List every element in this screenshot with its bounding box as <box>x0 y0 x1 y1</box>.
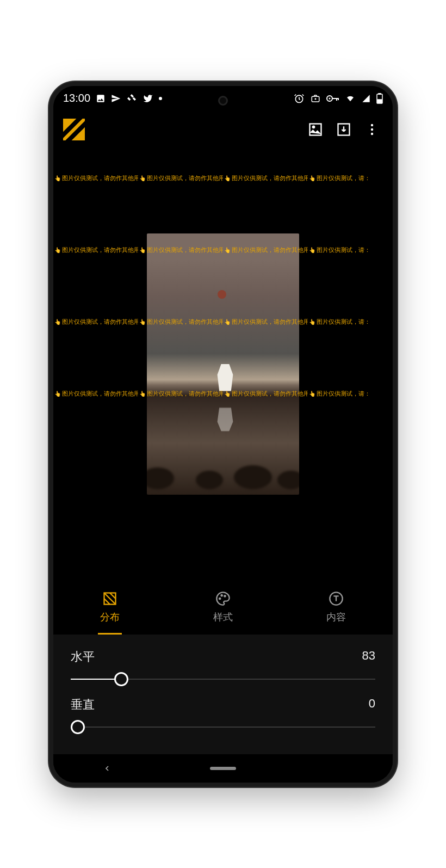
grid-icon <box>102 591 117 606</box>
system-nav-bar <box>53 754 393 783</box>
clock: 13:00 <box>63 92 90 104</box>
app-logo-icon[interactable] <box>63 119 85 140</box>
text-circle-icon <box>329 591 344 606</box>
svg-rect-7 <box>338 98 339 100</box>
tab-label: 样式 <box>213 611 233 624</box>
watermark-text: 图片仅供测试，请： <box>308 174 393 182</box>
gallery-icon <box>308 122 323 137</box>
svg-point-18 <box>219 598 220 599</box>
gallery-button[interactable] <box>305 119 326 140</box>
image-preview-canvas[interactable]: 图片仅供测试，请勿作其他用途 图片仅供测试，请勿作其他用途 图片仅供测试，请勿作… <box>53 148 393 580</box>
download-icon <box>336 122 351 137</box>
watermark-text: 图片仅供测试，请勿作其他用途 <box>53 390 138 398</box>
svg-point-16 <box>371 132 373 134</box>
image-icon <box>96 94 106 103</box>
svg-point-20 <box>224 595 225 596</box>
palette-icon <box>215 591 231 606</box>
app-toolbar <box>53 111 393 148</box>
more-button[interactable] <box>361 119 383 140</box>
screen: 13:00 <box>53 86 393 783</box>
nav-back-button[interactable] <box>103 764 112 773</box>
dot-icon <box>159 97 162 100</box>
tab-distribution[interactable]: 分布 <box>53 580 166 635</box>
slider-track-horizontal[interactable] <box>71 667 375 691</box>
svg-point-12 <box>313 126 315 128</box>
front-camera <box>218 96 228 106</box>
svg-rect-9 <box>379 93 381 94</box>
signal-icon <box>361 94 371 103</box>
svg-point-4 <box>329 97 331 99</box>
watermark-text: 图片仅供测试，请： <box>308 318 393 326</box>
preview-image <box>147 233 299 495</box>
feed-icon <box>126 94 137 103</box>
watermark-text: 图片仅供测试，请勿作其他用途 <box>53 174 138 182</box>
watermark-text: 图片仅供测试，请勿作其他用途 <box>53 318 138 326</box>
tab-style[interactable]: 样式 <box>166 580 280 635</box>
tab-content[interactable]: 内容 <box>280 580 393 635</box>
svg-point-19 <box>221 595 222 596</box>
watermark-text: 图片仅供测试，请： <box>308 390 393 398</box>
svg-point-2 <box>315 99 316 100</box>
slider-label: 水平 <box>71 649 95 665</box>
vpn-key-icon <box>326 95 339 102</box>
telegram-icon <box>111 94 121 103</box>
alarm-icon <box>294 93 305 104</box>
editor-tabs: 分布 样式 内容 <box>53 580 393 635</box>
slider-vertical: 垂直 0 <box>71 697 375 739</box>
watermark-text: 图片仅供测试，请勿作其他用途 <box>138 174 223 182</box>
svg-point-15 <box>371 128 373 130</box>
watermark-text: 图片仅供测试，请： <box>308 246 393 254</box>
slider-value: 83 <box>362 649 375 665</box>
slider-thumb[interactable] <box>71 720 85 734</box>
slider-value: 0 <box>369 697 375 713</box>
watermark-text: 图片仅供测试，请勿作其他用途 <box>53 246 138 254</box>
nav-home-pill[interactable] <box>210 767 236 770</box>
slider-horizontal: 水平 83 <box>71 649 375 691</box>
more-icon <box>370 123 374 136</box>
battery-icon <box>376 93 383 104</box>
tab-label: 内容 <box>326 611 346 624</box>
tab-label: 分布 <box>100 611 120 624</box>
slider-track-vertical[interactable] <box>71 715 375 739</box>
svg-rect-6 <box>336 98 337 101</box>
camera-icon <box>310 94 321 103</box>
wifi-icon <box>345 94 356 103</box>
slider-label: 垂直 <box>71 697 95 713</box>
twitter-icon <box>143 94 153 103</box>
watermark-text: 图片仅供测试，请勿作其他用途 <box>223 174 308 182</box>
slider-thumb[interactable] <box>114 672 128 686</box>
download-button[interactable] <box>333 119 355 140</box>
device-frame: 13:00 <box>49 82 397 787</box>
svg-point-14 <box>371 124 373 126</box>
svg-rect-10 <box>377 100 382 103</box>
